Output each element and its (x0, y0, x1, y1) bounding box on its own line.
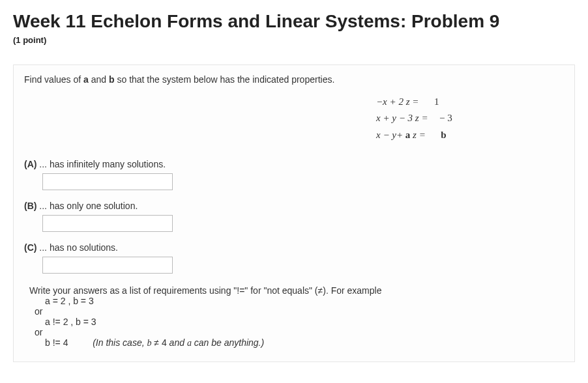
answer-input-c[interactable] (42, 257, 173, 274)
equation-row-1: −x + 2 z = 1 (376, 94, 564, 111)
part-b: (B) ... has only one solution. (24, 201, 564, 232)
hint-or-2: or (35, 327, 564, 337)
part-b-label: (B) ... has only one solution. (24, 201, 564, 211)
var-b: b (109, 74, 115, 85)
part-c-text: ... has no solutions. (37, 242, 118, 253)
part-b-tag: (B) (24, 201, 37, 211)
points-label: (1 point) (13, 35, 575, 45)
hint-line-1: Write your answers as a list of requirem… (29, 285, 564, 296)
eq-rhs: 1 (434, 96, 439, 107)
note-ne: ≠ (151, 337, 161, 348)
eq-rhs: − 3 (439, 113, 452, 123)
equation-row-2: x + y − 3 z = − 3 (376, 110, 564, 127)
part-a-label: (A) ... has infinitely many solutions. (24, 159, 564, 169)
problem-prompt: Find values of a and b so that the syste… (24, 74, 564, 85)
eq-lhs: x + y − 3 z = (376, 113, 428, 123)
note-a: a (187, 338, 192, 348)
part-a: (A) ... has infinitely many solutions. (24, 159, 564, 190)
part-c: (C) ... has no solutions. (24, 242, 564, 274)
eq-rhs-b: b (441, 130, 446, 140)
hint-example-1: a = 2 , b = 3 (45, 296, 564, 306)
eq-lhs-post: z = (410, 130, 425, 140)
equation-system: −x + 2 z = 1 x + y − 3 z = − 3 x − y+ a … (24, 94, 564, 144)
part-c-label: (C) ... has no solutions. (24, 242, 564, 253)
hint-example-3: b != 4 (In this case, b ≠ 4 and a can be… (45, 337, 564, 348)
var-a: a (83, 74, 89, 85)
equation-row-3: x − y+ a z = b (376, 127, 564, 144)
part-a-text: ... has infinitely many solutions. (37, 159, 166, 169)
problem-box: Find values of a and b so that the syste… (13, 64, 575, 363)
eq-lhs-pre: x − y+ (376, 130, 405, 140)
note-4: 4 (162, 337, 167, 348)
part-b-text: ... has only one solution. (37, 201, 138, 211)
hint-ex3-pre: b != 4 (45, 337, 68, 348)
part-a-tag: (A) (24, 159, 37, 169)
hint-ex3-note: (In this case, b ≠ 4 and a can be anythi… (93, 337, 264, 348)
note-mid: and (167, 337, 187, 348)
answer-input-b[interactable] (42, 215, 173, 232)
note-post: can be anything.) (192, 337, 264, 348)
part-c-tag: (C) (24, 242, 37, 253)
hint-or-1: or (35, 306, 564, 317)
answer-format-hint: Write your answers as a list of requirem… (24, 285, 564, 348)
prompt-text: Find values of (24, 74, 83, 85)
note-pre: (In this case, (93, 337, 147, 348)
answer-input-a[interactable] (42, 173, 173, 190)
prompt-text: so that the system below has the indicat… (115, 74, 335, 85)
page-title: Week 11 Echelon Forms and Linear Systems… (13, 10, 575, 33)
hint-example-2: a != 2 , b = 3 (45, 317, 564, 327)
eq-lhs: −x + 2 z = (376, 96, 419, 107)
prompt-text: and (89, 74, 109, 85)
